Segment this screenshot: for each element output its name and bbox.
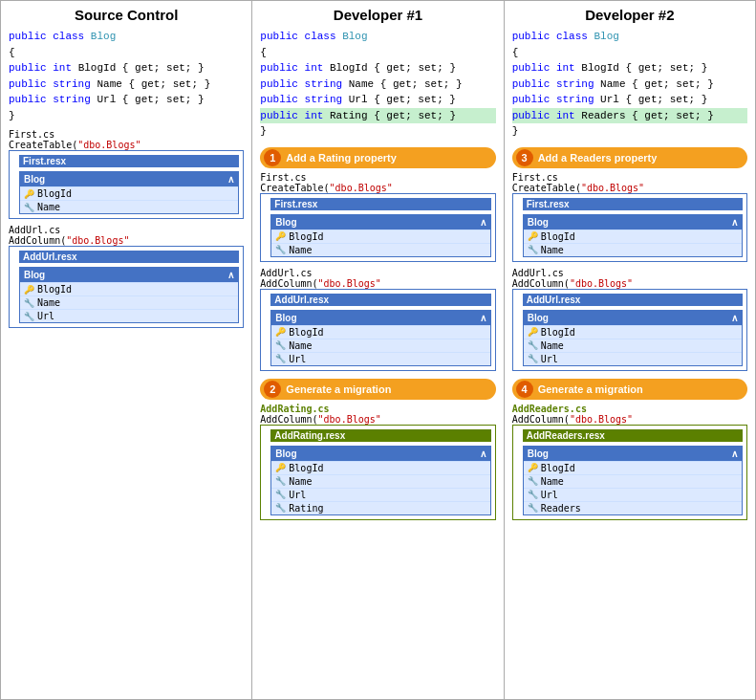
prop-icon: 🔧 xyxy=(275,354,286,363)
entity-row-3: 🔧Rating xyxy=(271,501,489,514)
col-title-1: Developer #1 xyxy=(260,7,495,23)
cs-file-2-2: AddReaders.cs xyxy=(512,404,747,414)
entity-row-2: 🔧Url xyxy=(271,488,489,501)
callout-num: 3 xyxy=(516,149,533,166)
cs-file-2-1: AddUrl.cs xyxy=(512,268,747,278)
cs-file-1-2: AddRating.cs xyxy=(260,404,495,414)
key-icon: 🔑 xyxy=(528,231,538,241)
entity-row-1: 🔧Name xyxy=(271,339,489,352)
entity-row-0: 🔑BlogId xyxy=(20,186,238,200)
cs-code-2-1: AddColumn("dbo.Blogs" xyxy=(512,278,747,289)
resx-panel-1-1: AddUrl.resxBlog∧🔑BlogId🔧Name🔧Url xyxy=(260,289,495,371)
key-icon: 🔑 xyxy=(24,285,34,295)
entity-label-2: Url xyxy=(37,311,54,321)
entity-row-3: 🔧Readers xyxy=(524,501,742,514)
entity-box-1-0: Blog∧🔑BlogId🔧Name xyxy=(270,214,490,257)
column-0: Source Controlpublic class Blog{ public … xyxy=(1,1,252,699)
cs-file-2-0: First.cs xyxy=(512,172,747,183)
resx-panel-1-2: AddRating.resxBlog∧🔑BlogId🔧Name🔧Url🔧Rati… xyxy=(260,425,495,520)
entity-header-1-2: Blog∧ xyxy=(271,447,489,461)
cs-code-1-2: AddColumn("dbo.Blogs" xyxy=(260,414,495,425)
prop-icon: 🔧 xyxy=(275,476,286,486)
entity-row-1: 🔧Name xyxy=(524,243,742,256)
entity-label-1: Name xyxy=(541,340,564,351)
entity-box-0-0: Blog∧🔑BlogId🔧Name xyxy=(19,171,239,214)
cs-file-0-0: First.cs xyxy=(9,129,244,140)
ef-panel-0-0: First.csCreateTable("dbo.Blogs"First.res… xyxy=(9,129,244,219)
entity-label-0: BlogId xyxy=(37,188,72,199)
column-2: Developer #2public class Blog{ public in… xyxy=(505,1,755,699)
prop-icon: 🔧 xyxy=(24,312,34,321)
entity-label-1: Name xyxy=(37,202,60,212)
entity-label-0: BlogId xyxy=(289,463,323,473)
resx-panel-0-1: AddUrl.resxBlog∧🔑BlogId🔧Name🔧Url xyxy=(9,246,244,328)
prop-icon: 🔧 xyxy=(24,298,34,308)
key-icon: 🔑 xyxy=(528,327,538,337)
entity-row-0: 🔑BlogId xyxy=(524,325,742,339)
entity-header-0-0: Blog∧ xyxy=(20,172,238,186)
entity-row-1: 🔧Name xyxy=(20,295,238,309)
code-block-1: public class Blog{ public int BlogId { g… xyxy=(260,29,495,140)
cs-code-2-0: CreateTable("dbo.Blogs" xyxy=(512,183,747,193)
entity-row-1: 🔧Name xyxy=(20,200,238,213)
prop-icon: 🔧 xyxy=(528,476,538,486)
prop-icon: 🔧 xyxy=(275,340,286,350)
callout-1-2: 2Generate a migration xyxy=(260,379,495,400)
entity-row-0: 🔑BlogId xyxy=(271,325,489,339)
key-icon: 🔑 xyxy=(275,231,286,241)
entity-row-2: 🔧Url xyxy=(271,352,489,365)
callout-num: 4 xyxy=(516,381,533,398)
col-title-0: Source Control xyxy=(9,7,244,23)
entity-label-1: Name xyxy=(289,340,312,351)
callout-num: 2 xyxy=(264,381,281,398)
callout-text: Generate a migration xyxy=(286,383,391,395)
cs-file-1-0: First.cs xyxy=(260,172,495,183)
prop-icon: 🔧 xyxy=(275,503,286,513)
entity-row-1: 🔧Name xyxy=(524,474,742,488)
resx-panel-2-0: First.resxBlog∧🔑BlogId🔧Name xyxy=(512,193,747,262)
callout-num: 1 xyxy=(264,149,281,166)
entity-label-0: BlogId xyxy=(541,463,575,473)
entity-row-1: 🔧Name xyxy=(524,339,742,352)
entity-header-2-1: Blog∧ xyxy=(524,311,742,325)
entity-row-1: 🔧Name xyxy=(271,243,489,256)
ef-panel-2-1: AddUrl.csAddColumn("dbo.Blogs"AddUrl.res… xyxy=(512,268,747,371)
cs-code-0-1: AddColumn("dbo.Blogs" xyxy=(9,235,244,246)
entity-row-0: 🔑BlogId xyxy=(524,230,742,243)
callout-1-code: 1Add a Rating property xyxy=(260,147,495,168)
entity-label-2: Url xyxy=(541,354,558,364)
entity-row-1: 🔧Name xyxy=(271,474,489,488)
entity-label-1: Name xyxy=(541,245,564,255)
key-icon: 🔑 xyxy=(275,463,286,472)
prop-icon: 🔧 xyxy=(528,490,538,499)
entity-header-2-0: Blog∧ xyxy=(524,215,742,230)
prop-icon: 🔧 xyxy=(528,354,538,363)
callout-text: Add a Readers property xyxy=(538,152,658,164)
entity-row-0: 🔑BlogId xyxy=(271,461,489,474)
prop-icon: 🔧 xyxy=(24,203,34,212)
col-title-2: Developer #2 xyxy=(512,7,747,23)
entity-label-3: Readers xyxy=(541,503,581,514)
prop-icon: 🔧 xyxy=(275,245,286,254)
entity-label-2: Url xyxy=(541,490,558,500)
entity-label-0: BlogId xyxy=(289,231,323,242)
entity-box-2-0: Blog∧🔑BlogId🔧Name xyxy=(523,214,743,257)
entity-header-2-2: Blog∧ xyxy=(524,447,742,461)
entity-label-0: BlogId xyxy=(37,284,72,295)
entity-label-1: Name xyxy=(289,245,312,255)
key-icon: 🔑 xyxy=(528,463,538,472)
entity-label-0: BlogId xyxy=(541,327,575,338)
entity-label-3: Rating xyxy=(289,503,323,514)
entity-row-0: 🔑BlogId xyxy=(524,461,742,474)
ef-panel-1-0: First.csCreateTable("dbo.Blogs"First.res… xyxy=(260,172,495,262)
entity-header-0-1: Blog∧ xyxy=(20,268,238,282)
entity-label-2: Url xyxy=(289,490,306,500)
code-block-2: public class Blog{ public int BlogId { g… xyxy=(512,29,747,140)
entity-box-0-1: Blog∧🔑BlogId🔧Name🔧Url xyxy=(19,267,239,323)
ef-panel-2-2: AddReaders.csAddColumn("dbo.Blogs"AddRea… xyxy=(512,404,747,520)
entity-box-1-2: Blog∧🔑BlogId🔧Name🔧Url🔧Rating xyxy=(270,446,490,515)
cs-code-1-1: AddColumn("dbo.Blogs" xyxy=(260,278,495,289)
resx-panel-1-0: First.resxBlog∧🔑BlogId🔧Name xyxy=(260,193,495,262)
callout-text: Generate a migration xyxy=(538,383,643,395)
cs-code-1-0: CreateTable("dbo.Blogs" xyxy=(260,183,495,193)
